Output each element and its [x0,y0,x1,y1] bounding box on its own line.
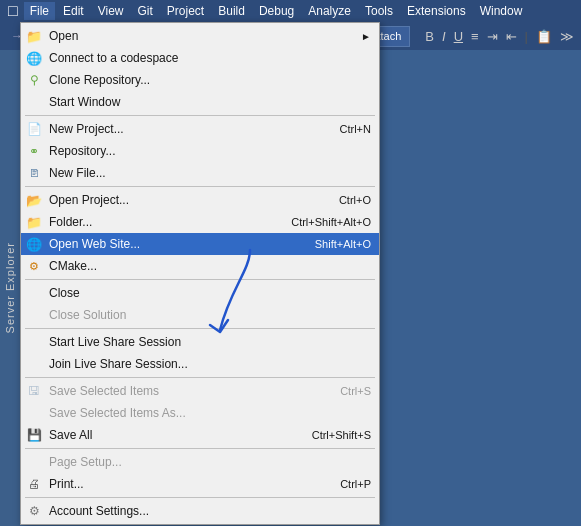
open-project-icon: 📂 [25,191,43,209]
menu-item-connect-codespace[interactable]: 🌐 Connect to a codespace [21,47,379,69]
menu-item-open-project[interactable]: 📂 Open Project... Ctrl+O [21,189,379,211]
toolbar-icons-right: B I U ≡ ⇥ ⇤ | 📋 ≫ [422,27,577,46]
menu-bar-build[interactable]: Build [212,2,251,20]
sep2 [25,186,375,187]
menu-item-new-project-label: New Project... [49,122,124,136]
menu-bar-analyze[interactable]: Analyze [302,2,357,20]
toolbar-outdent-icon[interactable]: ⇤ [503,27,520,46]
menu-bar-logo: □ [4,2,22,20]
menu-item-page-setup: Page Setup... [21,451,379,473]
menu-item-clone-repo-label: Clone Repository... [49,73,150,87]
menu-item-save-selected-as-label: Save Selected Items As... [49,406,186,420]
menu-item-cmake[interactable]: ⚙ CMake... [21,255,379,277]
menu-item-start-window-label: Start Window [49,95,120,109]
new-file-icon: 🖹 [25,164,43,182]
toolbar-indent-icon[interactable]: ⇥ [484,27,501,46]
menu-item-start-live-share[interactable]: Start Live Share Session [21,331,379,353]
menu-item-account-settings-label: Account Settings... [49,504,149,518]
menu-item-close[interactable]: Close [21,282,379,304]
open-web-site-shortcut: Shift+Alt+O [295,238,371,250]
menu-bar-edit[interactable]: Edit [57,2,90,20]
menu-item-start-live-share-label: Start Live Share Session [49,335,181,349]
server-explorer-panel[interactable]: Server Explorer [0,50,20,526]
toolbar-bold-icon[interactable]: B [422,27,437,46]
menu-item-save-selected-as: Save Selected Items As... [21,402,379,424]
save-selected-shortcut: Ctrl+S [320,385,371,397]
menu-item-start-window[interactable]: Start Window [21,91,379,113]
join-live-share-icon [25,355,43,373]
toolbar-italic-icon[interactable]: I [439,27,449,46]
menu-bar-file[interactable]: File [24,2,55,20]
new-project-shortcut: Ctrl+N [320,123,371,135]
menu-item-close-solution-label: Close Solution [49,308,126,322]
menu-bar-view[interactable]: View [92,2,130,20]
menu-item-close-solution: Close Solution [21,304,379,326]
menu-item-clone-repo[interactable]: ⚲ Clone Repository... [21,69,379,91]
menu-bar-extensions[interactable]: Extensions [401,2,472,20]
menu-item-open-web-site-label: Open Web Site... [49,237,140,251]
page-setup-icon [25,453,43,471]
clone-repo-icon: ⚲ [25,71,43,89]
sep1 [25,115,375,116]
account-settings-icon: ⚙ [25,502,43,520]
menu-item-open[interactable]: 📁 Open ► [21,25,379,47]
toolbar-underline-icon[interactable]: U [451,27,466,46]
menu-item-new-file[interactable]: 🖹 New File... [21,162,379,184]
sep6 [25,448,375,449]
file-dropdown-menu: 📁 Open ► 🌐 Connect to a codespace ⚲ Clon… [20,22,380,525]
menu-item-open-project-label: Open Project... [49,193,129,207]
menu-item-account-settings[interactable]: ⚙ Account Settings... [21,500,379,522]
sep4 [25,328,375,329]
menu-item-new-file-label: New File... [49,166,106,180]
print-icon: 🖨 [25,475,43,493]
menu-item-page-setup-label: Page Setup... [49,455,122,469]
save-selected-icon: 🖫 [25,382,43,400]
save-all-shortcut: Ctrl+Shift+S [292,429,371,441]
menu-bar-project[interactable]: Project [161,2,210,20]
menu-item-save-all[interactable]: 💾 Save All Ctrl+Shift+S [21,424,379,446]
new-project-icon: 📄 [25,120,43,138]
open-project-shortcut: Ctrl+O [319,194,371,206]
menu-item-save-selected-label: Save Selected Items [49,384,159,398]
menu-item-folder[interactable]: 📁 Folder... Ctrl+Shift+Alt+O [21,211,379,233]
sep3 [25,279,375,280]
menu-item-repository[interactable]: ⚭ Repository... [21,140,379,162]
open-icon: 📁 [25,27,43,45]
toolbar-sep1: | [522,27,531,46]
menu-item-join-live-share-label: Join Live Share Session... [49,357,188,371]
menu-bar-debug[interactable]: Debug [253,2,300,20]
menu-item-open-web-site[interactable]: 🌐 Open Web Site... Shift+Alt+O [21,233,379,255]
toolbar-copy-icon[interactable]: 📋 [533,27,555,46]
menu-item-join-live-share[interactable]: Join Live Share Session... [21,353,379,375]
folder-shortcut: Ctrl+Shift+Alt+O [271,216,371,228]
open-submenu-arrow: ► [361,31,371,42]
print-shortcut: Ctrl+P [320,478,371,490]
menu-item-folder-label: Folder... [49,215,92,229]
repository-icon: ⚭ [25,142,43,160]
connect-codespace-icon: 🌐 [25,49,43,67]
menu-bar-tools[interactable]: Tools [359,2,399,20]
menu-item-open-label: Open [49,29,78,43]
cmake-icon: ⚙ [25,257,43,275]
menu-item-close-label: Close [49,286,80,300]
server-explorer-label: Server Explorer [4,242,16,333]
menu-bar: □ File Edit View Git Project Build Debug… [0,0,581,22]
start-live-share-icon [25,333,43,351]
menu-item-save-all-label: Save All [49,428,92,442]
menu-item-cmake-label: CMake... [49,259,97,273]
menu-bar-git[interactable]: Git [132,2,159,20]
toolbar-more-icon[interactable]: ≫ [557,27,577,46]
menu-item-print[interactable]: 🖨 Print... Ctrl+P [21,473,379,495]
save-all-icon: 💾 [25,426,43,444]
start-window-icon [25,93,43,111]
open-web-site-icon: 🌐 [25,235,43,253]
save-selected-as-icon [25,404,43,422]
toolbar-align-icon[interactable]: ≡ [468,27,482,46]
menu-bar-window[interactable]: Window [474,2,529,20]
sep5 [25,377,375,378]
sep7 [25,497,375,498]
menu-item-new-project[interactable]: 📄 New Project... Ctrl+N [21,118,379,140]
menu-item-connect-codespace-label: Connect to a codespace [49,51,178,65]
close-icon [25,284,43,302]
folder-icon: 📁 [25,213,43,231]
